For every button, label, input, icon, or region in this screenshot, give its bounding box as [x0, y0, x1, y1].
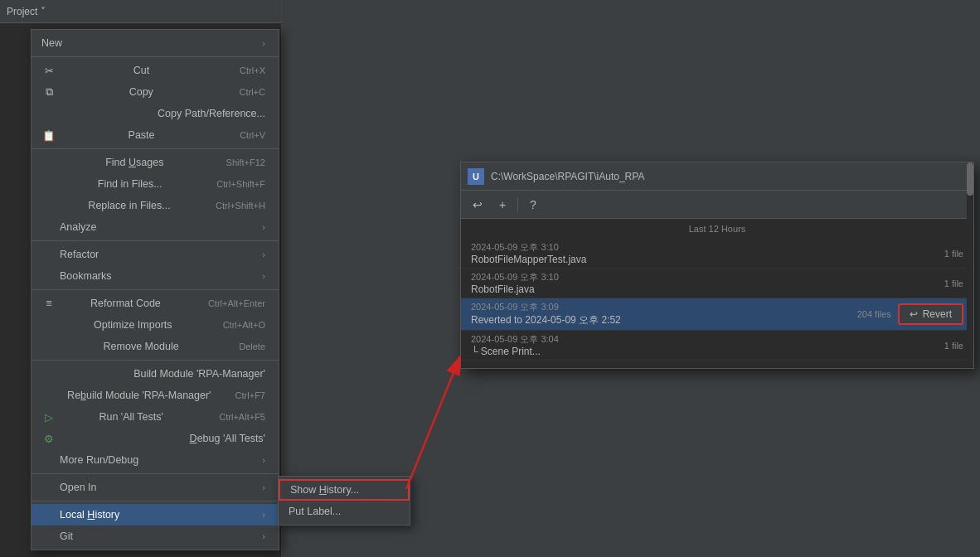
menu-item-find-usages-label: Find Usages: [105, 157, 163, 168]
history-row-1-info: 2024-05-09 오후 3:10 RobotFileMapperTest.j…: [471, 241, 944, 265]
menu-item-find-usages[interactable]: Find Usages Shift+F12: [32, 152, 279, 173]
menu-item-refactor[interactable]: Refactor ›: [32, 244, 279, 265]
menu-item-run-tests[interactable]: ▷ Run 'All Tests' Ctrl+Alt+F5: [32, 406, 279, 428]
context-menu: New › ✂ Cut Ctrl+X ⧉ Copy Ctrl+C Copy Pa…: [31, 29, 279, 550]
menu-item-paste-label: Paste: [129, 129, 155, 141]
paste-shortcut: Ctrl+V: [240, 130, 265, 140]
menu-item-bookmarks[interactable]: Bookmarks ›: [32, 265, 279, 287]
menu-item-copy-path[interactable]: Copy Path/Reference...: [32, 103, 279, 124]
menu-item-replace-files[interactable]: Replace in Files... Ctrl+Shift+H: [32, 195, 279, 216]
analyze-arrow-icon: ›: [262, 222, 265, 232]
history-row-1[interactable]: 2024-05-09 오후 3:10 RobotFileMapperTest.j…: [461, 239, 973, 269]
separator-3: [32, 240, 279, 241]
show-history-label: Show History...: [290, 484, 359, 496]
menu-item-more-run[interactable]: More Run/Debug ›: [32, 449, 279, 471]
new-arrow-icon: ›: [262, 38, 265, 48]
history-content[interactable]: Last 12 Hours 2024-05-09 오후 3:10 RobotFi…: [461, 219, 973, 368]
menu-item-open-in[interactable]: Open In ›: [32, 477, 279, 498]
reformat-icon: ≡: [41, 298, 56, 309]
find-files-shortcut: Ctrl+Shift+F: [216, 179, 265, 189]
separator-7: [32, 501, 279, 501]
menu-item-build-module[interactable]: Build Module 'RPA-Manager': [32, 363, 279, 385]
history-toolbar: ↩ + ?: [461, 191, 973, 219]
menu-item-analyze-label: Analyze: [60, 221, 96, 233]
revert-button[interactable]: ↩ Revert: [898, 303, 963, 325]
run-tests-shortcut: Ctrl+Alt+F5: [219, 412, 265, 422]
menu-item-optimize[interactable]: Optimize Imports Ctrl+Alt+O: [32, 314, 279, 336]
history-row-2-timestamp: 2024-05-09 오후 3:10: [471, 271, 944, 283]
history-row-4[interactable]: 2024-05-09 오후 3:04 └ Scene Print... 1 fi…: [461, 331, 973, 361]
rebuild-module-shortcut: Ctrl+F7: [235, 390, 265, 400]
menu-item-copy-path-label: Copy Path/Reference...: [158, 108, 265, 119]
menu-item-debug-tests[interactable]: ⚙ Debug 'All Tests': [32, 428, 279, 449]
history-row-2-filename: RobotFile.java: [471, 283, 944, 295]
history-panel-titlebar: U C:\WorkSpace\RPAGIT\iAuto_RPA: [461, 162, 973, 191]
history-scrollbar-thumb: [967, 162, 973, 196]
menu-item-replace-files-label: Replace in Files...: [88, 200, 170, 211]
menu-item-build-module-label: Build Module 'RPA-Manager': [133, 368, 265, 380]
menu-item-rebuild-module-label: Rebuild Module 'RPA-Manager': [67, 390, 211, 401]
history-panel-path: C:\WorkSpace\RPAGIT\iAuto_RPA: [491, 171, 644, 182]
menu-item-find-files-label: Find in Files...: [98, 178, 163, 190]
history-row-1-files: 1 file: [944, 249, 963, 259]
history-row-4-timestamp: 2024-05-09 오후 3:04: [471, 333, 944, 346]
menu-item-cut[interactable]: ✂ Cut Ctrl+X: [32, 60, 279, 81]
menu-item-paste[interactable]: 📋 Paste Ctrl+V: [32, 124, 279, 146]
menu-item-reformat-label: Reformat Code: [90, 298, 161, 309]
history-row-1-filename: RobotFileMapperTest.java: [471, 254, 944, 265]
menu-item-find-files[interactable]: Find in Files... Ctrl+Shift+F: [32, 173, 279, 195]
separator-2: [32, 148, 279, 149]
menu-item-copy[interactable]: ⧉ Copy Ctrl+C: [32, 81, 279, 103]
remove-module-shortcut: Delete: [239, 341, 265, 351]
menu-item-local-history-label: Local History: [60, 509, 119, 521]
debug-tests-icon: ⚙: [41, 433, 56, 445]
menu-item-local-history[interactable]: Local History ›: [32, 504, 279, 526]
submenu-item-show-history[interactable]: Show History...: [279, 479, 410, 501]
menu-item-reformat[interactable]: ≡ Reformat Code Ctrl+Alt+Enter: [32, 293, 279, 314]
menu-item-git[interactable]: Git ›: [32, 526, 279, 547]
revert-icon: ↩: [910, 308, 918, 320]
project-title-bar: Project ˅: [0, 0, 281, 23]
history-scrollbar[interactable]: [967, 162, 973, 368]
refactor-arrow-icon: ›: [262, 249, 265, 259]
more-run-arrow-icon: ›: [262, 455, 265, 465]
menu-item-rebuild-module[interactable]: Rebuild Module 'RPA-Manager' Ctrl+F7: [32, 385, 279, 406]
run-tests-icon: ▷: [41, 411, 56, 424]
history-add-button[interactable]: +: [492, 195, 512, 215]
menu-item-bookmarks-label: Bookmarks: [60, 270, 112, 282]
put-label-label: Put Label...: [289, 506, 341, 517]
open-in-arrow-icon: ›: [262, 482, 265, 492]
separator-6: [32, 473, 279, 474]
menu-item-optimize-label: Optimize Imports: [94, 319, 172, 331]
history-row-4-filename: └ Scene Print...: [471, 346, 944, 357]
optimize-shortcut: Ctrl+Alt+O: [223, 320, 265, 330]
menu-item-analyze[interactable]: Analyze ›: [32, 216, 279, 238]
history-row-3[interactable]: 2024-05-09 오후 3:09 Reverted to 2024-05-0…: [461, 298, 973, 331]
history-help-button[interactable]: ?: [523, 195, 543, 215]
separator-5: [32, 360, 279, 361]
cut-shortcut: Ctrl+X: [240, 65, 265, 75]
history-row-2-files: 1 file: [944, 278, 963, 288]
menu-item-copy-label: Copy: [129, 86, 153, 98]
history-row-3-timestamp: 2024-05-09 오후 3:09: [471, 301, 857, 313]
menu-item-more-run-label: More Run/Debug: [60, 454, 138, 466]
replace-files-shortcut: Ctrl+Shift+H: [216, 201, 265, 211]
history-row-4-info: 2024-05-09 오후 3:04 └ Scene Print...: [471, 333, 944, 357]
git-arrow-icon: ›: [262, 531, 265, 541]
history-section-header: Last 12 Hours: [461, 219, 973, 239]
menu-item-open-in-label: Open In: [60, 482, 96, 493]
bookmarks-arrow-icon: ›: [262, 271, 265, 281]
history-panel: U C:\WorkSpace\RPAGIT\iAuto_RPA ↩ + ? La…: [460, 162, 974, 369]
menu-item-new[interactable]: New ›: [32, 32, 279, 54]
history-row-4-files: 1 file: [944, 341, 963, 351]
menu-item-remove-module[interactable]: Remove Module Delete: [32, 336, 279, 357]
submenu-item-put-label[interactable]: Put Label...: [279, 501, 410, 522]
separator-4: [32, 289, 279, 290]
history-back-button[interactable]: ↩: [468, 195, 488, 215]
menu-item-debug-tests-label: Debug 'All Tests': [190, 433, 265, 444]
separator-1: [32, 56, 279, 57]
reformat-shortcut: Ctrl+Alt+Enter: [208, 298, 265, 308]
menu-item-run-tests-label: Run 'All Tests': [99, 411, 163, 423]
history-row-2[interactable]: 2024-05-09 오후 3:10 RobotFile.java 1 file: [461, 269, 973, 298]
menu-item-new-label: New: [41, 37, 62, 49]
